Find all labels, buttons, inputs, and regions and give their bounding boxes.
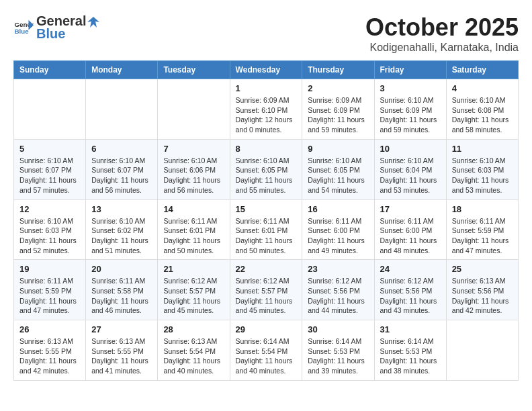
calendar-day-5: 5Sunrise: 6:10 AM Sunset: 6:07 PM Daylig…	[14, 139, 86, 199]
day-info: Sunrise: 6:10 AM Sunset: 6:02 PM Dayligh…	[91, 216, 152, 256]
calendar-day-28: 28Sunrise: 6:13 AM Sunset: 5:54 PM Dayli…	[158, 320, 230, 381]
logo-bird-icon	[87, 15, 99, 28]
day-number: 6	[91, 144, 152, 154]
calendar-day-21: 21Sunrise: 6:12 AM Sunset: 5:57 PM Dayli…	[158, 260, 230, 320]
day-number: 21	[163, 264, 224, 274]
calendar: SundayMondayTuesdayWednesdayThursdayFrid…	[13, 60, 519, 381]
day-info: Sunrise: 6:09 AM Sunset: 6:09 PM Dayligh…	[308, 95, 368, 135]
day-info: Sunrise: 6:12 AM Sunset: 5:57 PM Dayligh…	[236, 276, 297, 316]
day-number: 14	[163, 204, 224, 214]
calendar-week-row: 5Sunrise: 6:10 AM Sunset: 6:07 PM Daylig…	[14, 139, 519, 199]
day-info: Sunrise: 6:09 AM Sunset: 6:10 PM Dayligh…	[236, 95, 297, 135]
calendar-day-24: 24Sunrise: 6:12 AM Sunset: 5:56 PM Dayli…	[374, 260, 446, 320]
calendar-day-4: 4Sunrise: 6:10 AM Sunset: 6:08 PM Daylig…	[446, 79, 518, 140]
calendar-week-row: 1Sunrise: 6:09 AM Sunset: 6:10 PM Daylig…	[14, 79, 519, 140]
calendar-day-15: 15Sunrise: 6:11 AM Sunset: 6:01 PM Dayli…	[230, 199, 302, 260]
day-info: Sunrise: 6:12 AM Sunset: 5:56 PM Dayligh…	[380, 276, 441, 316]
day-number: 28	[163, 324, 224, 334]
day-info: Sunrise: 6:10 AM Sunset: 6:07 PM Dayligh…	[91, 156, 152, 195]
calendar-day-2: 2Sunrise: 6:09 AM Sunset: 6:09 PM Daylig…	[302, 79, 374, 140]
day-info: Sunrise: 6:10 AM Sunset: 6:04 PM Dayligh…	[380, 156, 441, 195]
calendar-day-30: 30Sunrise: 6:14 AM Sunset: 5:53 PM Dayli…	[302, 320, 374, 381]
title-area: October 2025 Kodigenahalli, Karnataka, I…	[365, 13, 519, 54]
day-number: 26	[19, 324, 80, 334]
day-number: 13	[91, 204, 152, 214]
day-info: Sunrise: 6:12 AM Sunset: 5:56 PM Dayligh…	[308, 276, 368, 316]
calendar-day-12: 12Sunrise: 6:10 AM Sunset: 6:03 PM Dayli…	[14, 199, 86, 260]
logo: General Blue General Blue	[13, 13, 99, 42]
weekday-header-saturday: Saturday	[446, 61, 518, 79]
day-info: Sunrise: 6:12 AM Sunset: 5:57 PM Dayligh…	[163, 276, 224, 316]
day-number: 15	[236, 204, 297, 214]
day-info: Sunrise: 6:11 AM Sunset: 6:00 PM Dayligh…	[380, 216, 441, 256]
day-number: 3	[380, 83, 441, 93]
day-info: Sunrise: 6:14 AM Sunset: 5:53 PM Dayligh…	[308, 336, 368, 376]
day-number: 1	[236, 83, 297, 93]
svg-marker-3	[87, 17, 99, 28]
calendar-day-9: 9Sunrise: 6:10 AM Sunset: 6:05 PM Daylig…	[302, 139, 374, 199]
month-title: October 2025	[365, 13, 519, 42]
calendar-day-25: 25Sunrise: 6:13 AM Sunset: 5:56 PM Dayli…	[446, 260, 518, 320]
day-info: Sunrise: 6:10 AM Sunset: 6:05 PM Dayligh…	[308, 156, 368, 195]
calendar-empty-cell	[86, 79, 158, 140]
calendar-day-20: 20Sunrise: 6:11 AM Sunset: 5:58 PM Dayli…	[86, 260, 158, 320]
day-info: Sunrise: 6:10 AM Sunset: 6:09 PM Dayligh…	[380, 95, 441, 135]
day-number: 24	[380, 264, 441, 274]
day-number: 22	[236, 264, 297, 274]
weekday-header-sunday: Sunday	[14, 61, 86, 79]
header: General Blue General Blue October 2025 K…	[13, 13, 519, 54]
day-info: Sunrise: 6:13 AM Sunset: 5:55 PM Dayligh…	[19, 336, 80, 376]
day-number: 29	[236, 324, 297, 334]
day-number: 7	[163, 144, 224, 154]
day-info: Sunrise: 6:13 AM Sunset: 5:56 PM Dayligh…	[452, 276, 513, 316]
day-number: 2	[308, 83, 368, 93]
weekday-header-friday: Friday	[374, 61, 446, 79]
day-info: Sunrise: 6:10 AM Sunset: 6:05 PM Dayligh…	[236, 156, 297, 195]
day-info: Sunrise: 6:10 AM Sunset: 6:08 PM Dayligh…	[452, 95, 513, 135]
weekday-header-row: SundayMondayTuesdayWednesdayThursdayFrid…	[14, 61, 519, 79]
weekday-header-wednesday: Wednesday	[230, 61, 302, 79]
calendar-day-11: 11Sunrise: 6:10 AM Sunset: 6:03 PM Dayli…	[446, 139, 518, 199]
day-info: Sunrise: 6:14 AM Sunset: 5:53 PM Dayligh…	[380, 336, 441, 376]
calendar-day-13: 13Sunrise: 6:10 AM Sunset: 6:02 PM Dayli…	[86, 199, 158, 260]
day-number: 31	[380, 324, 441, 334]
weekday-header-thursday: Thursday	[302, 61, 374, 79]
calendar-day-3: 3Sunrise: 6:10 AM Sunset: 6:09 PM Daylig…	[374, 79, 446, 140]
calendar-week-row: 12Sunrise: 6:10 AM Sunset: 6:03 PM Dayli…	[14, 199, 519, 260]
day-number: 19	[19, 264, 80, 274]
svg-text:Blue: Blue	[15, 28, 30, 35]
day-number: 5	[19, 144, 80, 154]
day-info: Sunrise: 6:11 AM Sunset: 6:00 PM Dayligh…	[308, 216, 368, 256]
calendar-day-17: 17Sunrise: 6:11 AM Sunset: 6:00 PM Dayli…	[374, 199, 446, 260]
day-number: 16	[308, 204, 368, 214]
day-info: Sunrise: 6:10 AM Sunset: 6:03 PM Dayligh…	[452, 156, 513, 195]
day-number: 12	[19, 204, 80, 214]
calendar-day-19: 19Sunrise: 6:11 AM Sunset: 5:59 PM Dayli…	[14, 260, 86, 320]
day-info: Sunrise: 6:10 AM Sunset: 6:07 PM Dayligh…	[19, 156, 80, 195]
day-number: 4	[452, 83, 513, 93]
logo-icon: General Blue	[13, 17, 34, 38]
day-number: 23	[308, 264, 368, 274]
calendar-day-8: 8Sunrise: 6:10 AM Sunset: 6:05 PM Daylig…	[230, 139, 302, 199]
weekday-header-monday: Monday	[86, 61, 158, 79]
calendar-day-1: 1Sunrise: 6:09 AM Sunset: 6:10 PM Daylig…	[230, 79, 302, 140]
calendar-day-26: 26Sunrise: 6:13 AM Sunset: 5:55 PM Dayli…	[14, 320, 86, 381]
day-number: 9	[308, 144, 368, 154]
calendar-day-29: 29Sunrise: 6:14 AM Sunset: 5:54 PM Dayli…	[230, 320, 302, 381]
day-info: Sunrise: 6:11 AM Sunset: 5:59 PM Dayligh…	[452, 216, 513, 256]
weekday-header-tuesday: Tuesday	[158, 61, 230, 79]
calendar-day-23: 23Sunrise: 6:12 AM Sunset: 5:56 PM Dayli…	[302, 260, 374, 320]
calendar-day-7: 7Sunrise: 6:10 AM Sunset: 6:06 PM Daylig…	[158, 139, 230, 199]
calendar-day-22: 22Sunrise: 6:12 AM Sunset: 5:57 PM Dayli…	[230, 260, 302, 320]
day-number: 20	[91, 264, 152, 274]
subtitle: Kodigenahalli, Karnataka, India	[365, 42, 519, 54]
calendar-empty-cell	[158, 79, 230, 140]
day-number: 8	[236, 144, 297, 154]
calendar-day-18: 18Sunrise: 6:11 AM Sunset: 5:59 PM Dayli…	[446, 199, 518, 260]
day-number: 30	[308, 324, 368, 334]
calendar-week-row: 26Sunrise: 6:13 AM Sunset: 5:55 PM Dayli…	[14, 320, 519, 381]
calendar-day-6: 6Sunrise: 6:10 AM Sunset: 6:07 PM Daylig…	[86, 139, 158, 199]
day-info: Sunrise: 6:13 AM Sunset: 5:54 PM Dayligh…	[163, 336, 224, 376]
calendar-day-27: 27Sunrise: 6:13 AM Sunset: 5:55 PM Dayli…	[86, 320, 158, 381]
day-number: 25	[452, 264, 513, 274]
